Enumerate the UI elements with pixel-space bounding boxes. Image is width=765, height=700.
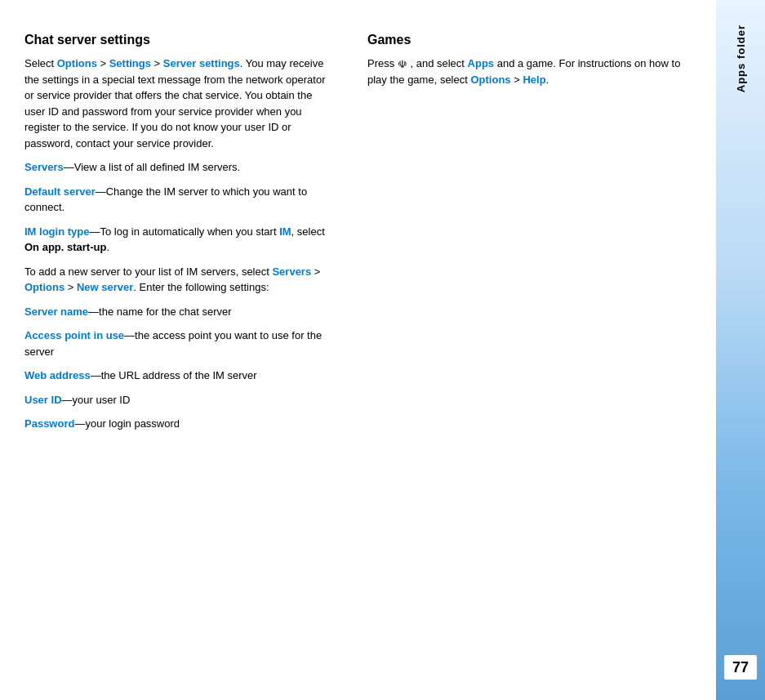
servers-text: —View a list of all defined IM servers.: [64, 161, 241, 173]
server-name-entry: Server name—the name for the chat server: [24, 304, 335, 320]
options-link2: Options: [24, 281, 64, 293]
access-point-entry: Access point in use—the access point you…: [24, 328, 335, 359]
chat-server-settings-title: Chat server settings: [24, 33, 335, 47]
new-server-text1: To add a new server to your list of IM s…: [24, 265, 272, 278]
user-id-text: —your user ID: [62, 394, 131, 406]
web-address-label: Web address: [24, 369, 91, 381]
new-server-text2: >: [311, 265, 320, 278]
default-server-entry: Default server—Change the IM server to w…: [24, 184, 335, 216]
options-link3: Options: [470, 74, 510, 86]
im-link: IM: [279, 225, 291, 238]
right-sidebar: Apps folder 77: [716, 0, 765, 700]
sidebar-label: Apps folder: [735, 25, 747, 92]
chat-server-intro: Select Options > Settings > Server setti…: [24, 56, 335, 151]
server-name-text: —the name for the chat server: [88, 305, 232, 318]
password-label: Password: [24, 417, 74, 430]
im-login-label: IM login type: [24, 225, 89, 238]
new-server-text3: >: [64, 281, 77, 293]
settings-link: Settings: [109, 57, 151, 69]
new-server-intro: To add a new server to your list of IM s…: [24, 264, 335, 296]
servers-entry: Servers—View a list of all defined IM se…: [24, 159, 335, 176]
right-column: Games Press ☫ , and select Apps and a ga…: [367, 33, 700, 684]
servers-label: Servers: [24, 161, 64, 173]
user-id-label: User ID: [24, 394, 62, 406]
password-text: —your login password: [74, 417, 180, 430]
left-column: Chat server settings Select Options > Se…: [24, 33, 335, 684]
page-number: 77: [724, 655, 757, 680]
apps-link: Apps: [468, 57, 495, 69]
user-id-entry: User ID—your user ID: [24, 392, 335, 408]
im-login-text: —To log in automatically when you start: [89, 225, 279, 238]
web-address-text: —the URL address of the IM server: [91, 369, 257, 381]
on-app-startup-label: On app. start-up: [24, 241, 106, 253]
games-description: Press ☫ , and select Apps and a game. Fo…: [367, 56, 700, 88]
server-settings-link: Server settings: [163, 57, 240, 69]
new-server-link: New server: [77, 281, 133, 293]
im-login-text3: .: [106, 241, 109, 253]
games-title: Games: [367, 33, 700, 47]
im-login-entry: IM login type—To log in automatically wh…: [24, 224, 335, 256]
menu-icon: ☫: [398, 56, 407, 73]
password-entry: Password—your login password: [24, 416, 335, 432]
columns-layout: Chat server settings Select Options > Se…: [24, 33, 700, 684]
help-link: Help: [523, 74, 545, 86]
default-server-label: Default server: [24, 185, 96, 198]
im-login-text2: , select: [291, 225, 325, 238]
options-link: Options: [57, 57, 97, 69]
main-content: Chat server settings Select Options > Se…: [0, 0, 716, 700]
server-name-label: Server name: [24, 305, 88, 318]
servers-link2: Servers: [272, 265, 311, 278]
web-address-entry: Web address—the URL address of the IM se…: [24, 368, 335, 384]
access-point-label: Access point in use: [24, 329, 124, 341]
new-server-text4: . Enter the following settings:: [133, 281, 269, 293]
